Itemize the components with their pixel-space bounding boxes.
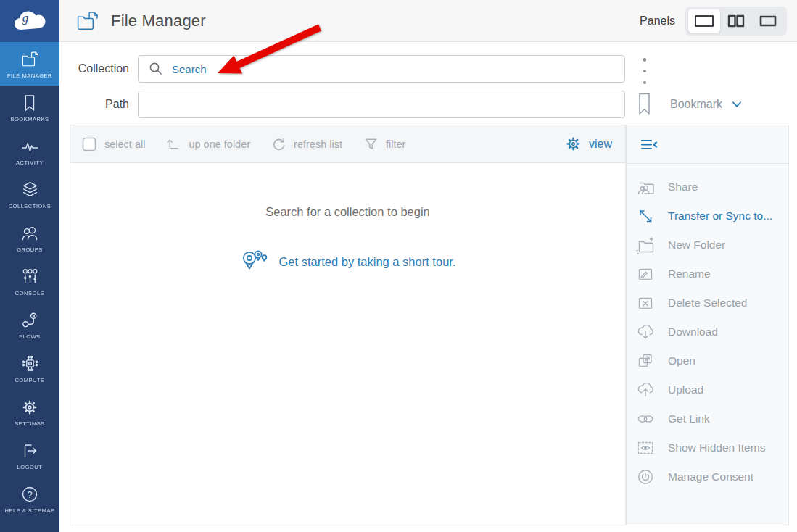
bookmark-icon <box>21 92 38 112</box>
open-button[interactable]: Open <box>627 346 788 375</box>
sidebar-item-logout[interactable]: LOGOUT <box>0 433 59 477</box>
sidebar-item-settings[interactable]: SETTINGS <box>0 390 59 433</box>
view-settings-button[interactable]: view <box>564 135 612 153</box>
logout-door-icon <box>20 440 39 460</box>
transfer-or-sync-button[interactable]: Transfer or Sync to... <box>627 201 788 230</box>
download-button[interactable]: Download <box>627 317 788 346</box>
share-folder-icon <box>636 178 655 196</box>
sidebar-item-label: BOOKMARKS <box>10 116 49 122</box>
globus-cloud-logo-icon: g <box>11 7 49 36</box>
refresh-icon <box>271 136 287 152</box>
bookmark-label: Bookmark <box>670 98 722 111</box>
rename-button[interactable]: Rename <box>627 259 788 288</box>
select-all-label: select all <box>104 138 145 150</box>
page-title: File Manager <box>111 12 206 30</box>
up-one-folder-label: up one folder <box>189 138 250 150</box>
sidebar-item-label: SETTINGS <box>15 420 45 427</box>
chevron-down-icon <box>730 97 744 112</box>
new-folder-icon <box>636 236 655 254</box>
cloud-download-icon <box>636 323 655 341</box>
sidebar-item-label: HELP & SITEMAP <box>5 507 55 514</box>
link-icon <box>636 410 655 428</box>
select-all-control[interactable]: select all <box>80 136 145 153</box>
filter-label: filter <box>386 138 405 150</box>
open-external-icon <box>636 352 655 370</box>
sidebar-item-label: CONSOLE <box>15 290 44 296</box>
chip-icon <box>20 353 40 373</box>
rename-folder-icon <box>636 265 655 283</box>
svg-text:g: g <box>22 11 29 25</box>
sidebar-item-groups[interactable]: GROUPS <box>0 216 59 259</box>
delete-selected-button[interactable]: Delete Selected <box>627 288 788 317</box>
upload-button[interactable]: Upload <box>627 375 788 404</box>
sidebar-item-file-manager[interactable]: FILE MANAGER <box>0 42 59 86</box>
collection-search-input[interactable] <box>165 56 624 82</box>
single-right-panel-icon <box>756 13 780 29</box>
refresh-list-label: refresh list <box>294 138 342 150</box>
show-hidden-items-button[interactable]: Show Hidden Items <box>627 433 788 462</box>
double-panel-icon <box>724 13 748 29</box>
single-panel-button[interactable] <box>688 9 720 33</box>
folder-doc-icon <box>20 49 40 69</box>
action-menu: Share Transfer or Sync to... New Folder <box>627 164 788 491</box>
delete-folder-icon <box>636 294 655 312</box>
sidebar-item-label: LOGOUT <box>17 464 43 470</box>
sidebar-item-help-sitemap[interactable]: ? HELP & SITEMAP <box>0 477 59 520</box>
manage-consent-button[interactable]: Manage Consent <box>627 462 788 491</box>
flow-nodes-icon <box>20 309 40 330</box>
collection-options-menu-icon[interactable] <box>638 58 651 84</box>
search-icon <box>147 60 165 78</box>
sidebar-item-collections[interactable]: COLLECTIONS <box>0 173 59 216</box>
single-right-panel-button[interactable] <box>752 9 784 33</box>
power-circle-icon <box>636 467 655 486</box>
empty-state-message: Search for a collection to begin <box>70 205 625 219</box>
new-folder-button[interactable]: New Folder <box>627 230 788 259</box>
double-panel-button[interactable] <box>720 9 752 33</box>
sliders-icon <box>20 266 40 286</box>
collection-label: Collection <box>70 55 129 83</box>
sidebar-item-activity[interactable]: ACTIVITY <box>0 129 59 173</box>
share-button[interactable]: Share <box>627 173 788 201</box>
get-link-button[interactable]: Get Link <box>627 404 788 433</box>
file-list-area: Search for a collection to begin Get sta… <box>70 163 626 525</box>
tour-link[interactable]: Get started by taking a short tour. <box>279 255 456 269</box>
globus-logo[interactable]: g <box>0 0 59 42</box>
path-input[interactable] <box>139 91 624 117</box>
sidebar: g FILE MANAGER BOOKMARKS ACTIVITY <box>0 0 59 532</box>
view-label: view <box>589 138 612 151</box>
tour-link-row[interactable]: Get started by taking a short tour. <box>70 249 625 274</box>
sidebar-item-label: FILE MANAGER <box>7 72 52 79</box>
action-panel-header <box>627 125 788 164</box>
sidebar-item-flows[interactable]: FLOWS <box>0 303 59 346</box>
gear-icon <box>20 396 39 417</box>
transfer-arrows-icon <box>636 207 655 225</box>
refresh-list-button[interactable]: refresh list <box>271 136 342 152</box>
svg-text:?: ? <box>27 489 32 500</box>
file-list-toolbar: select all up one folder refresh list fi… <box>70 125 626 163</box>
bookmark-control[interactable]: Bookmark <box>636 92 744 116</box>
bookmark-ribbon-icon <box>636 92 653 116</box>
sidebar-item-label: ACTIVITY <box>16 159 44 166</box>
sidebar-item-label: COMPUTE <box>15 377 44 383</box>
sidebar-item-label: FLOWS <box>19 333 40 340</box>
panels-switcher <box>685 7 787 36</box>
filter-button[interactable]: filter <box>363 136 405 152</box>
layers-icon <box>20 179 40 199</box>
sidebar-item-label: GROUPS <box>17 246 43 253</box>
single-panel-icon <box>692 13 717 29</box>
header: File Manager Panels <box>59 0 797 42</box>
collapse-panel-icon[interactable] <box>639 136 658 154</box>
sidebar-item-console[interactable]: CONSOLE <box>0 259 59 303</box>
people-icon <box>20 223 40 243</box>
cloud-upload-icon <box>636 381 655 399</box>
file-manager-header-icon <box>75 9 99 33</box>
collection-search-box <box>138 55 625 83</box>
path-label: Path <box>70 91 129 118</box>
sidebar-item-compute[interactable]: COMPUTE <box>0 346 59 390</box>
path-box <box>138 91 625 118</box>
up-one-folder-button[interactable]: up one folder <box>165 136 250 152</box>
filter-funnel-icon <box>363 136 379 152</box>
pulse-icon <box>20 136 40 156</box>
map-pins-icon <box>240 249 271 274</box>
sidebar-item-bookmarks[interactable]: BOOKMARKS <box>0 86 59 129</box>
